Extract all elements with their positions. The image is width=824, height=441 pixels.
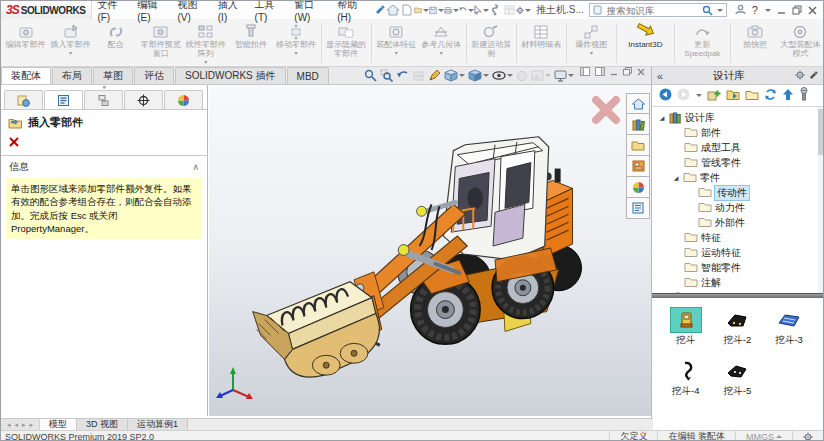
home-icon[interactable] <box>387 3 401 18</box>
menu-file[interactable]: 文件(F) <box>92 1 132 19</box>
menu-insert[interactable]: 插入(I) <box>213 1 250 19</box>
ribbon-assembly-features[interactable]: 装配体特征▾ <box>374 20 419 66</box>
tree-item-clipped[interactable] <box>652 290 823 293</box>
help-button[interactable]: ? <box>752 4 758 16</box>
tab-displaymanager[interactable] <box>164 90 203 109</box>
units-selector[interactable]: MMGS <box>735 431 792 441</box>
tab-propertymanager[interactable] <box>44 90 83 109</box>
part-item-bucket-2[interactable]: 挖斗-2 <box>712 308 764 347</box>
tab-mbd[interactable]: MBD <box>287 67 329 84</box>
part-item-bucket-4[interactable]: 挖斗-4 <box>660 359 712 398</box>
sheet-nav-buttons[interactable]: ◂ ◂ ▸ ▸ <box>1 419 40 430</box>
display-style-icon[interactable] <box>468 69 489 82</box>
doc-close-icon[interactable] <box>637 62 645 80</box>
add-file-location-icon[interactable] <box>726 87 740 105</box>
pin-pane-icon[interactable] <box>809 70 818 82</box>
menu-view[interactable]: 视图(V) <box>172 1 212 19</box>
part-item-bucket-5[interactable]: 挖斗-5 <box>712 359 764 398</box>
tree-item-motion-features[interactable]: 运动特征 <box>652 245 823 260</box>
ribbon-insert-component[interactable]: 插入零部件▾ <box>48 20 93 66</box>
tab-3d-views[interactable]: 3D 视图 <box>77 419 128 430</box>
menu-edit[interactable]: 编辑(E) <box>132 1 172 19</box>
search-input[interactable] <box>605 4 699 17</box>
minimize-icon[interactable] <box>777 1 786 19</box>
pane-right-icon[interactable] <box>595 62 605 80</box>
view-settings-icon[interactable] <box>554 70 574 82</box>
message-group-header[interactable]: 信息 ∧ <box>1 156 207 177</box>
new-folder-icon[interactable] <box>745 87 759 105</box>
options-gear-icon[interactable] <box>516 3 531 18</box>
menu-tools[interactable]: 工具(T) <box>250 1 290 19</box>
ribbon-large-assembly-mode[interactable]: 大型装配体模式 <box>778 20 823 66</box>
doc-minimize-icon[interactable] <box>610 62 618 80</box>
appearances-tab-icon[interactable] <box>626 177 650 198</box>
tree-item-features[interactable]: 特征 <box>652 230 823 245</box>
tab-motion-study-1[interactable]: 运动算例1 <box>128 419 188 430</box>
tree-item-smart-parts[interactable]: 智能零件 <box>652 260 823 275</box>
ribbon-exploded-view[interactable]: 爆炸视图▾ <box>569 20 614 66</box>
refresh-icon[interactable] <box>764 87 777 105</box>
pm-cancel-button[interactable] <box>1 132 207 154</box>
tab-assembly[interactable]: 装配体 <box>1 67 51 84</box>
back-icon[interactable] <box>659 87 672 105</box>
previous-view-icon[interactable] <box>396 69 409 82</box>
tree-item-assemblies[interactable]: 部件 <box>652 125 823 140</box>
wheel-loader-model[interactable] <box>209 85 651 416</box>
home-tab-icon[interactable] <box>626 93 650 114</box>
tab-sketch[interactable]: 草图 <box>93 67 133 84</box>
forward-dropdown[interactable] <box>696 94 702 97</box>
print-icon[interactable] <box>444 3 459 18</box>
tab-evaluate[interactable]: 评估 <box>134 67 174 84</box>
doc-restore-icon[interactable] <box>623 62 632 80</box>
pane-left-icon[interactable] <box>580 62 590 80</box>
part-item-bucket-3[interactable]: 挖斗-3 <box>763 308 815 347</box>
rebuild-icon[interactable] <box>489 3 503 18</box>
ribbon-edit-component[interactable]: 编辑零部件 <box>3 20 48 66</box>
ribbon-new-motion-study[interactable]: 新建运动算例 <box>469 20 514 66</box>
part-item-bucket[interactable]: 挖斗 <box>660 308 712 347</box>
status-options-icon[interactable] <box>792 431 823 441</box>
search-box[interactable] <box>589 3 727 17</box>
user-account-icon[interactable] <box>735 1 746 19</box>
tab-layout[interactable]: 布局 <box>52 67 92 84</box>
tree-item-transmission-parts[interactable]: 传动件 <box>652 185 823 200</box>
tree-item-forming-tools[interactable]: 成型工具 <box>652 140 823 155</box>
annotation-view-icon[interactable] <box>428 69 441 82</box>
last-sheet-icon[interactable]: ▸ <box>30 421 34 429</box>
first-sheet-icon[interactable]: ◂ <box>7 421 11 429</box>
tree-item-routing[interactable]: 管线零件 <box>652 155 823 170</box>
tab-model[interactable]: 模型 <box>40 419 77 430</box>
collapse-chevron-icon[interactable]: ∧ <box>192 162 199 172</box>
zoom-area-icon[interactable] <box>380 69 393 82</box>
tree-scrollbar[interactable] <box>818 107 823 293</box>
menu-window[interactable]: 窗口(W) <box>289 1 332 19</box>
tree-item-design-library-root[interactable]: ◢设计库 <box>652 110 823 125</box>
ribbon-component-preview-window[interactable]: 零部件预览窗口 <box>138 20 183 66</box>
custom-properties-tab-icon[interactable] <box>626 198 650 219</box>
tree-item-parts[interactable]: ◢零件 <box>652 170 823 185</box>
tab-configurationmanager[interactable] <box>84 90 123 109</box>
graphics-viewport[interactable] <box>209 85 651 416</box>
move-up-icon[interactable] <box>782 87 794 105</box>
close-icon[interactable] <box>808 1 817 19</box>
pin-menu-icon[interactable] <box>373 3 387 18</box>
next-sheet-icon[interactable]: ▸ <box>22 421 26 429</box>
menu-help[interactable]: 帮助(H) <box>332 1 373 19</box>
tree-item-external-parts[interactable]: 外部件 <box>652 215 823 230</box>
select-icon[interactable] <box>474 3 489 18</box>
undo-icon[interactable] <box>459 3 474 18</box>
tab-featuremanager-tree[interactable] <box>4 90 43 109</box>
restore-icon[interactable] <box>792 1 802 19</box>
view-orientation-icon[interactable] <box>444 69 465 82</box>
prev-sheet-icon[interactable]: ◂ <box>15 421 19 429</box>
tab-dimxpertmanager[interactable] <box>124 90 163 109</box>
hide-show-items-icon[interactable] <box>492 70 513 81</box>
file-explorer-tab-icon[interactable] <box>626 135 650 156</box>
ribbon-mate[interactable]: 配合 <box>93 20 138 66</box>
zoom-fit-icon[interactable] <box>364 69 377 82</box>
add-to-library-icon[interactable] <box>707 87 721 105</box>
design-library-tab-icon[interactable] <box>626 114 650 135</box>
save-icon[interactable] <box>429 3 444 18</box>
view-palette-tab-icon[interactable] <box>626 156 650 177</box>
tree-item-annotations[interactable]: 注解 <box>652 275 823 290</box>
